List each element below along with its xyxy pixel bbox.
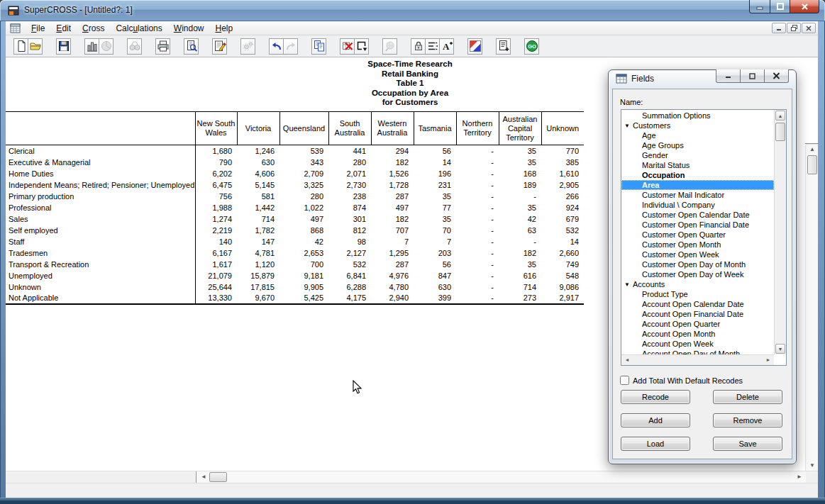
column-header-new-south-wales[interactable]: New South Wales [195, 112, 237, 145]
field-item-gender[interactable]: Gender [621, 150, 774, 160]
data-cell[interactable]: 1,442 [237, 202, 279, 213]
field-item-account-open-week[interactable]: Account Open Week [621, 339, 774, 349]
data-cell[interactable]: 847 [414, 270, 456, 281]
data-cell[interactable]: - [456, 293, 499, 304]
copy-button[interactable] [311, 38, 326, 55]
data-cell[interactable]: - [456, 236, 499, 247]
horizontal-scrollbar[interactable]: ◄ ► [197, 471, 806, 483]
pane-splitter-horizontal[interactable] [6, 471, 196, 483]
listbox-scroll-up-icon[interactable]: ▲ [775, 111, 785, 121]
data-cell[interactable]: 6,202 [195, 168, 237, 179]
scroll-down-icon[interactable]: ▼ [806, 463, 819, 469]
field-item-account-open-day-of-month[interactable]: Account Open Day of Month [621, 349, 774, 354]
data-cell[interactable]: - [456, 281, 499, 293]
data-cell[interactable]: 14 [541, 236, 584, 247]
field-item-customer-open-calendar-date[interactable]: Customer Open Calendar Date [621, 210, 774, 220]
data-cell[interactable]: 497 [279, 213, 328, 225]
data-cell[interactable]: 497 [371, 202, 414, 213]
data-cell[interactable]: 231 [414, 179, 456, 191]
data-cell[interactable]: 2,071 [328, 168, 371, 179]
data-cell[interactable]: 35 [499, 202, 541, 213]
print-preview-button[interactable] [184, 38, 199, 55]
dialog-maximize-button[interactable] [740, 69, 765, 83]
row-header-sales[interactable]: Sales [6, 213, 195, 225]
load-button[interactable]: Load [621, 437, 690, 451]
data-cell[interactable]: 273 [499, 293, 541, 304]
stop-button[interactable] [382, 38, 397, 55]
undo-button[interactable] [269, 38, 284, 55]
column-header-australian-capital-territory[interactable]: Australian Capital Territory [499, 112, 541, 145]
minimize-button[interactable] [749, 0, 770, 13]
data-cell[interactable]: 7 [371, 236, 414, 247]
data-cell[interactable]: 1,680 [195, 145, 237, 157]
data-cell[interactable]: 5,425 [279, 293, 328, 304]
recode-button[interactable]: Recode [621, 390, 690, 404]
listbox-vertical-scrollbar[interactable]: ▲ ▼ [774, 110, 786, 354]
add-button[interactable]: Add [621, 413, 690, 427]
data-cell[interactable]: 35 [499, 259, 541, 270]
field-item-accounts[interactable]: ▼Accounts [621, 279, 774, 289]
data-cell[interactable]: 287 [371, 191, 414, 202]
data-cell[interactable]: - [456, 168, 499, 179]
field-item-account-open-financial-date[interactable]: Account Open Financial Date [621, 309, 774, 319]
menu-item-file[interactable]: File [26, 22, 50, 35]
data-cell[interactable]: 539 [279, 145, 328, 157]
column-header-queensland[interactable]: Queensland [279, 112, 328, 145]
data-cell[interactable]: 1,728 [371, 179, 414, 191]
row-header-staff[interactable]: Staff [6, 236, 195, 247]
data-cell[interactable]: 4,780 [371, 281, 414, 293]
data-cell[interactable]: - [456, 179, 499, 191]
data-cell[interactable]: 1,022 [279, 202, 328, 213]
data-cell[interactable]: 2,653 [279, 247, 328, 259]
data-cell[interactable]: 6,288 [328, 281, 371, 293]
edit-table-button[interactable] [212, 38, 227, 55]
menu-item-help[interactable]: Help [209, 22, 238, 35]
field-item-individual-company[interactable]: Individual \ Company [621, 200, 774, 210]
field-item-customer-open-day-of-month[interactable]: Customer Open Day of Month [621, 259, 774, 269]
data-cell[interactable]: 6,167 [195, 247, 237, 259]
open-button[interactable] [28, 38, 43, 55]
data-cell[interactable]: 790 [195, 157, 237, 168]
rotate-table-button[interactable] [354, 38, 369, 55]
data-cell[interactable]: - [456, 157, 499, 168]
data-cell[interactable]: 441 [328, 145, 371, 157]
field-item-area[interactable]: Area [621, 180, 774, 190]
menu-item-edit[interactable]: Edit [50, 22, 77, 35]
save-button[interactable]: Save [713, 437, 782, 451]
data-cell[interactable]: 168 [499, 168, 541, 179]
dialog-minimize-button[interactable] [716, 69, 741, 83]
remove-button[interactable]: Remove [713, 413, 782, 427]
scroll-up-icon[interactable]: ▲ [806, 147, 819, 152]
data-cell[interactable]: 714 [237, 213, 279, 225]
data-cell[interactable]: 868 [279, 225, 328, 236]
column-header-unknown[interactable]: Unknown [541, 112, 584, 145]
data-cell[interactable]: 196 [414, 168, 456, 179]
mdi-minimize-button[interactable] [772, 23, 786, 33]
data-cell[interactable]: 4,976 [371, 270, 414, 281]
data-cell[interactable]: 707 [371, 225, 414, 236]
field-item-account-open-calendar-date[interactable]: Account Open Calendar Date [621, 299, 774, 309]
data-cell[interactable]: - [499, 191, 541, 202]
field-item-occupation[interactable]: Occupation [621, 170, 774, 180]
data-cell[interactable]: - [456, 225, 499, 236]
row-header-executive-managerial[interactable]: Executive & Managerial [6, 157, 195, 168]
vertical-scroll-thumb[interactable] [807, 155, 817, 174]
data-cell[interactable]: 1,617 [195, 259, 237, 270]
maximize-button[interactable] [770, 0, 790, 13]
data-cell[interactable]: 7 [414, 236, 456, 247]
data-cell[interactable]: 63 [499, 225, 541, 236]
data-cell[interactable]: 756 [195, 191, 237, 202]
data-cell[interactable]: 630 [414, 281, 456, 293]
data-cell[interactable]: 238 [328, 191, 371, 202]
field-item-customer-open-quarter[interactable]: Customer Open Quarter [621, 230, 774, 240]
field-item-account-open-quarter[interactable]: Account Open Quarter [621, 319, 774, 329]
data-cell[interactable]: 924 [541, 202, 584, 213]
data-cell[interactable]: - [456, 145, 499, 157]
data-cell[interactable]: 1,988 [195, 202, 237, 213]
data-cell[interactable]: 35 [499, 157, 541, 168]
data-cell[interactable]: 14 [414, 157, 456, 168]
listbox-scroll-left-icon[interactable]: ◄ [622, 356, 632, 364]
data-cell[interactable]: 56 [414, 259, 456, 270]
row-header-clerical[interactable]: Clerical [6, 145, 195, 157]
data-cell[interactable]: 548 [541, 270, 584, 281]
